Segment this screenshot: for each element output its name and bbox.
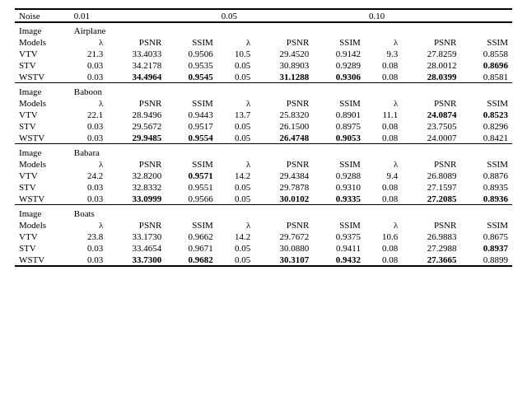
models-col-header: Models — [15, 219, 70, 231]
ssim1-cell: 0.9551 — [166, 181, 217, 193]
ssim1-cell: 0.9566 — [166, 193, 217, 205]
model-cell: VTV — [15, 231, 70, 242]
noise-label: Noise — [15, 9, 70, 22]
models-col-header: Models — [15, 97, 70, 109]
metric-col-header: λ — [70, 219, 107, 231]
table-row: VTV24.232.82000.957114.229.43840.92889.4… — [15, 170, 512, 181]
l3-cell: 0.08 — [365, 193, 402, 205]
psnr2-cell: 31.1288 — [254, 71, 313, 83]
l3-cell: 10.6 — [365, 231, 402, 242]
ssim1-cell: 0.9662 — [166, 231, 217, 242]
table-row: WSTV0.0333.73000.96820.0530.31070.94320.… — [15, 254, 512, 266]
ssim2-cell: 0.9289 — [313, 59, 365, 71]
l2-cell: 0.05 — [217, 132, 254, 144]
psnr1-cell: 32.8200 — [107, 170, 166, 181]
psnr2-cell: 25.8320 — [254, 109, 313, 120]
main-table: Noise 0.01 0.05 0.10 ImageAirplaneModels… — [15, 8, 512, 267]
image-name: Image — [15, 83, 70, 98]
ssim1-cell: 0.9506 — [166, 48, 217, 59]
ssim2-cell: 0.9142 — [313, 48, 365, 59]
ssim3-cell: 0.8581 — [460, 71, 512, 83]
metric-col-header: SSIM — [460, 36, 512, 48]
ssim2-cell: 0.9288 — [313, 170, 365, 181]
l1-cell: 0.03 — [70, 242, 107, 254]
col-header-row: ModelsλPSNRSSIMλPSNRSSIMλPSNRSSIM — [15, 158, 512, 170]
noise-val-1: 0.01 — [70, 9, 217, 22]
metric-col-header: λ — [365, 158, 402, 170]
psnr3-cell: 24.0007 — [402, 132, 460, 144]
l3-cell: 0.08 — [365, 59, 402, 71]
psnr1-cell: 33.1730 — [107, 231, 166, 242]
noise-header-row: Noise 0.01 0.05 0.10 — [15, 9, 512, 22]
l1-cell: 0.03 — [70, 59, 107, 71]
model-cell: VTV — [15, 170, 70, 181]
image-model-row: ImageBoats — [15, 205, 512, 220]
ssim1-cell: 0.9545 — [166, 71, 217, 83]
table-row: STV0.0334.21780.95350.0530.89030.92890.0… — [15, 59, 512, 71]
metric-col-header: PSNR — [107, 219, 166, 231]
metric-col-header: PSNR — [402, 158, 460, 170]
model-cell: WSTV — [15, 132, 70, 144]
models-col-header: Models — [15, 36, 70, 48]
psnr1-cell: 32.8332 — [107, 181, 166, 193]
ssim2-cell: 0.8975 — [313, 120, 365, 132]
psnr1-cell: 28.9496 — [107, 109, 166, 120]
l2-cell: 0.05 — [217, 120, 254, 132]
psnr2-cell: 30.0880 — [254, 242, 313, 254]
psnr2-cell: 26.4748 — [254, 132, 313, 144]
model-cell: STV — [15, 120, 70, 132]
table-row: VTV23.833.17300.966214.229.76720.937510.… — [15, 231, 512, 242]
psnr3-cell: 27.2085 — [402, 193, 460, 205]
image-name-value: Airplane — [70, 22, 512, 36]
l1-cell: 0.03 — [70, 181, 107, 193]
ssim3-cell: 0.8421 — [460, 132, 512, 144]
model-cell: STV — [15, 181, 70, 193]
psnr3-cell: 28.0399 — [402, 71, 460, 83]
metric-col-header: SSIM — [166, 36, 217, 48]
psnr1-cell: 33.7300 — [107, 254, 166, 266]
ssim1-cell: 0.9671 — [166, 242, 217, 254]
psnr3-cell: 26.9883 — [402, 231, 460, 242]
ssim2-cell: 0.9375 — [313, 231, 365, 242]
metric-col-header: λ — [365, 219, 402, 231]
l3-cell: 0.08 — [365, 120, 402, 132]
metric-col-header: PSNR — [254, 36, 313, 48]
model-cell: WSTV — [15, 71, 70, 83]
ssim3-cell: 0.8523 — [460, 109, 512, 120]
psnr1-cell: 29.9485 — [107, 132, 166, 144]
table-row: WSTV0.0334.49640.95450.0531.12880.93060.… — [15, 71, 512, 83]
image-name-value: Baboon — [70, 83, 512, 98]
ssim3-cell: 0.8935 — [460, 181, 512, 193]
psnr3-cell: 27.3665 — [402, 254, 460, 266]
metric-col-header: λ — [365, 36, 402, 48]
metric-col-header: SSIM — [313, 97, 365, 109]
image-name: Image — [15, 144, 70, 159]
l3-cell: 0.08 — [365, 181, 402, 193]
ssim1-cell: 0.9571 — [166, 170, 217, 181]
metric-col-header: SSIM — [460, 158, 512, 170]
metric-col-header: SSIM — [313, 158, 365, 170]
psnr3-cell: 26.8089 — [402, 170, 460, 181]
metric-col-header: λ — [70, 158, 107, 170]
table-row: WSTV0.0333.09990.95660.0530.01020.93350.… — [15, 193, 512, 205]
ssim2-cell: 0.9411 — [313, 242, 365, 254]
table-row: VTV21.333.40330.950610.529.45200.91429.3… — [15, 48, 512, 59]
l3-cell: 0.08 — [365, 254, 402, 266]
l2-cell: 10.5 — [217, 48, 254, 59]
l2-cell: 0.05 — [217, 181, 254, 193]
metric-col-header: PSNR — [107, 158, 166, 170]
psnr2-cell: 30.0102 — [254, 193, 313, 205]
psnr3-cell: 24.0874 — [402, 109, 460, 120]
model-cell: VTV — [15, 109, 70, 120]
l2-cell: 14.2 — [217, 170, 254, 181]
psnr2-cell: 29.4384 — [254, 170, 313, 181]
psnr2-cell: 29.7672 — [254, 231, 313, 242]
noise-val-2: 0.05 — [217, 9, 365, 22]
ssim2-cell: 0.9432 — [313, 254, 365, 266]
metric-col-header: λ — [217, 36, 254, 48]
psnr1-cell: 33.4654 — [107, 242, 166, 254]
image-name-value: Babara — [70, 144, 512, 159]
metric-col-header: PSNR — [254, 158, 313, 170]
image-model-row: ImageAirplane — [15, 22, 512, 36]
l3-cell: 0.08 — [365, 242, 402, 254]
